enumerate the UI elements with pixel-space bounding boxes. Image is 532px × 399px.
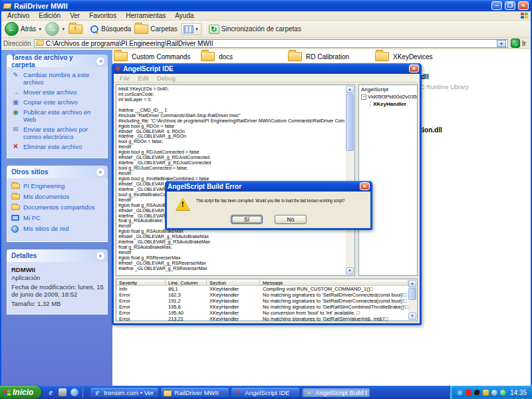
- task-link[interactable]: Publicar este archivo en Web: [11, 108, 105, 123]
- collapse-chevron-icon[interactable]: [96, 251, 105, 261]
- taskbar-window-button[interactable]: RailDriver MWII: [160, 387, 229, 398]
- partial-file-label[interactable]: dll: [421, 73, 429, 80]
- folder-tiles-row: Custom Commands docs RD Calibration: [114, 52, 531, 61]
- code-line: bool g_RDJustConnected = false;: [118, 166, 344, 171]
- tree-device-node[interactable]: Vid05f3Pid00d2v0350Uid: [361, 94, 416, 100]
- tray-icon[interactable]: [491, 390, 497, 396]
- place-link[interactable]: Mis documentos: [11, 193, 105, 201]
- error-row[interactable]: Error 162,3 XKeyHandler No matching sign…: [116, 292, 408, 298]
- column-section[interactable]: Section: [207, 279, 260, 285]
- menu-item[interactable]: Herramientas: [121, 12, 170, 19]
- error-row[interactable]: Error 195,40 XKeyHandler No conversion f…: [116, 310, 408, 316]
- file-tasks-header[interactable]: Tareas de archivo y carpeta: [7, 55, 108, 67]
- quick-launch-icon[interactable]: [59, 388, 66, 396]
- place-link[interactable]: PI Engineering: [11, 182, 105, 190]
- scroll-down-button[interactable]: [408, 313, 416, 320]
- folder-sync-button[interactable]: Sincronización de carpetas: [209, 25, 301, 34]
- taskbar-window-button[interactable]: trensim.com • Ver Te...: [90, 387, 159, 398]
- task-link[interactable]: Mover este archivo: [11, 88, 105, 96]
- folder-tile[interactable]: XKeyDevices: [375, 52, 462, 61]
- taskbar-window-button[interactable]: AngelScript Build Error: [301, 387, 370, 398]
- code-editor[interactable]: bits8 XKeyLEDs = 0x40; int curScanCode; …: [116, 84, 355, 276]
- tray-icon[interactable]: [483, 390, 489, 396]
- place-link[interactable]: Documentos compartidos: [11, 203, 105, 211]
- code-editor-scrollbar[interactable]: [346, 86, 354, 275]
- back-button[interactable]: Atrás ▼: [5, 22, 42, 36]
- up-folder-icon: [68, 25, 82, 34]
- task-link[interactable]: Cambiar nombre a este archivo: [11, 71, 105, 86]
- minimize-button[interactable]: –: [491, 1, 502, 10]
- tray-icon[interactable]: [474, 390, 480, 396]
- address-dropdown-button[interactable]: [497, 40, 506, 47]
- folder-tile[interactable]: RD Calibration: [288, 52, 375, 61]
- menu-item[interactable]: Edición: [34, 12, 65, 19]
- ide-menu-item[interactable]: Debug: [154, 74, 179, 82]
- error-row[interactable]: Info 86,1 XKeyHandler Compiling void RUN…: [116, 286, 408, 292]
- folders-button[interactable]: Carpetas: [134, 25, 178, 34]
- up-button[interactable]: [68, 25, 82, 34]
- quick-launch-icon[interactable]: [47, 388, 55, 396]
- tray-icon[interactable]: [457, 390, 463, 396]
- code-line: #glob bool g_RDOn = false: [118, 124, 344, 129]
- folder-tile[interactable]: docs: [201, 52, 288, 61]
- folder-tile[interactable]: Custom Commands: [114, 52, 201, 61]
- scroll-thumb[interactable]: [408, 288, 416, 300]
- error-panel-scrollbar[interactable]: [408, 280, 416, 320]
- back-dropdown-icon[interactable]: ▼: [38, 27, 42, 31]
- yes-button[interactable]: Sí: [231, 215, 263, 224]
- ide-close-button[interactable]: ×: [409, 65, 419, 72]
- column-line[interactable]: Line, Column: [166, 279, 207, 285]
- task-link[interactable]: Eliminar este archivo: [11, 143, 105, 150]
- task-link[interactable]: Enviar este archivo por correo electróni…: [11, 126, 105, 140]
- scroll-thumb[interactable]: [346, 94, 354, 151]
- build-output-panel[interactable]: Severity Line, Column Section Message In…: [116, 279, 418, 321]
- ide-menu-item[interactable]: File: [116, 74, 133, 82]
- error-row[interactable]: Error 191,2 XKeyHandler No matching sign…: [116, 298, 408, 304]
- tree-handler-node[interactable]: XKeyHandler: [370, 101, 416, 107]
- explorer-titlebar[interactable]: RailDriver MWII – ❐ ×: [1, 0, 531, 11]
- menu-item[interactable]: Archivo: [3, 12, 34, 19]
- partial-file-label[interactable]: C Runtime Library: [420, 84, 469, 90]
- ide-menu-item[interactable]: Edit: [134, 74, 152, 82]
- taskbar-window-button[interactable]: AngelScript IDE: [231, 387, 300, 398]
- scroll-up-button[interactable]: [346, 86, 354, 93]
- menu-item[interactable]: Ver: [65, 12, 84, 19]
- tray-icon[interactable]: [500, 390, 506, 396]
- close-button[interactable]: ×: [518, 1, 529, 10]
- dialog-titlebar[interactable]: AngelScript Build Error ×: [167, 181, 370, 192]
- partial-file-label[interactable]: tion.dll: [420, 126, 442, 134]
- task-link[interactable]: Copiar este archivo: [11, 98, 105, 106]
- scroll-down-button[interactable]: [346, 267, 354, 275]
- tree-collapse-icon[interactable]: [361, 94, 366, 100]
- collapse-chevron-icon[interactable]: [96, 57, 105, 66]
- start-button[interactable]: Inicio: [0, 386, 41, 399]
- collapse-chevron-icon[interactable]: [96, 168, 105, 177]
- script-tree-panel[interactable]: AngelScript Vid05f3Pid00d2v0350Uid XKeyH…: [358, 84, 418, 276]
- scroll-up-button[interactable]: [408, 280, 416, 287]
- code-line: int curScanCode;: [118, 92, 344, 97]
- tray-icon[interactable]: [466, 390, 471, 396]
- no-button[interactable]: No: [275, 215, 307, 224]
- dialog-close-button[interactable]: ×: [360, 182, 370, 190]
- column-severity[interactable]: Severity: [116, 279, 166, 285]
- ide-titlebar[interactable]: AngelScript IDE ×: [114, 63, 420, 74]
- other-places-header[interactable]: Otros sitios: [7, 166, 108, 178]
- error-row[interactable]: Error 195,6 XKeyHandler No matching sign…: [116, 304, 408, 310]
- details-header[interactable]: Detalles: [7, 249, 108, 262]
- views-button[interactable]: ▼: [181, 23, 201, 35]
- maximize-button[interactable]: ❐: [505, 1, 515, 10]
- place-link[interactable]: Mis sitios de red: [11, 225, 105, 234]
- menu-item[interactable]: Favoritos: [84, 12, 121, 19]
- forward-dropdown-icon[interactable]: ▼: [61, 27, 65, 31]
- quick-launch-icon[interactable]: [70, 388, 78, 396]
- place-link[interactable]: Mi PC: [11, 214, 105, 222]
- code-line: float g_RSAutoBrakeMax;: [118, 245, 344, 250]
- place-label: Mis sitios de red: [23, 225, 69, 234]
- go-button[interactable]: Ir: [511, 39, 529, 48]
- address-input[interactable]: C:\Archivos de programa\PI Engineering\R…: [34, 39, 508, 48]
- search-button[interactable]: Búsqueda: [90, 25, 131, 34]
- menu-item[interactable]: Ayuda: [170, 12, 198, 19]
- column-message[interactable]: Message: [260, 279, 408, 285]
- forward-button[interactable]: ▼: [45, 22, 65, 36]
- error-row[interactable]: Error 213,21 XKeyHandler No matching sig…: [116, 316, 408, 321]
